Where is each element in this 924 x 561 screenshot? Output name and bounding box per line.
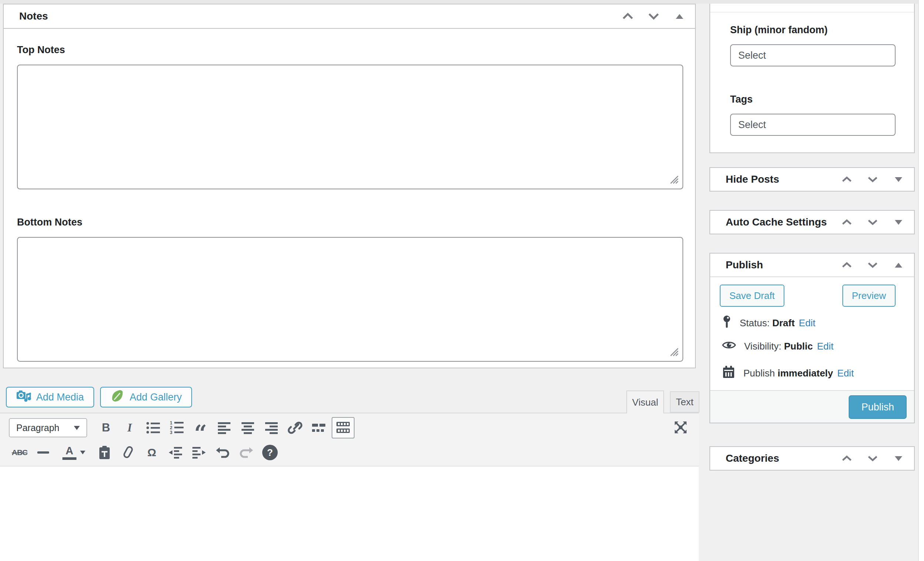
text-color-button[interactable]: A [56, 442, 92, 463]
move-down-icon[interactable] [866, 258, 879, 272]
edit-schedule-link[interactable]: Edit [837, 368, 854, 378]
save-draft-button[interactable]: Save Draft [720, 284, 784, 307]
editor-content-area[interactable] [0, 467, 699, 561]
color-swatch-bar [62, 457, 76, 460]
categories-metabox: Categories [710, 446, 915, 471]
divider [710, 12, 914, 12]
collapse-toggle-icon[interactable] [892, 173, 905, 186]
leaf-icon [110, 389, 124, 405]
auto-cache-metabox: Auto Cache Settings [710, 210, 915, 234]
strikethrough-button[interactable]: ABC [9, 442, 30, 463]
post-edit-screen: Notes Top Notes Bottom Notes [0, 0, 924, 561]
hide-posts-metabox: Hide Posts [710, 167, 915, 191]
camera-media-icon [16, 389, 31, 405]
add-gallery-button[interactable]: Add Gallery [100, 387, 192, 407]
hide-posts-header[interactable]: Hide Posts [710, 168, 914, 191]
schedule-text: Publish immediately Edit [743, 368, 854, 379]
chevron-down-icon [80, 451, 85, 454]
redo-button[interactable] [236, 442, 257, 463]
blockquote-button[interactable]: “ [190, 417, 211, 438]
clear-formatting-eraser-button[interactable] [117, 442, 139, 463]
italic-button[interactable]: I [119, 417, 140, 438]
bottom-notes-textarea[interactable] [17, 237, 683, 362]
notes-metabox: Notes Top Notes Bottom Notes [3, 4, 696, 368]
tags-select-input[interactable] [730, 114, 896, 136]
toolbar-toggle-button[interactable] [332, 417, 354, 438]
svg-text:3: 3 [170, 430, 172, 435]
scrollbar-track[interactable] [918, 0, 924, 561]
notes-title: Notes [19, 10, 48, 22]
align-left-button[interactable] [213, 417, 235, 438]
collapse-toggle-icon[interactable] [673, 10, 686, 23]
special-character-button[interactable]: Ω [141, 442, 162, 463]
fullscreen-icon[interactable] [670, 417, 692, 438]
editor-toolbar: Paragraph B I 1 2 3 “ [0, 413, 699, 467]
collapse-toggle-icon[interactable] [892, 258, 905, 272]
chevron-down-icon [74, 426, 80, 430]
move-down-icon[interactable] [866, 173, 879, 186]
move-up-icon[interactable] [840, 215, 854, 229]
top-notes-label: Top Notes [17, 44, 682, 56]
move-up-icon[interactable] [840, 452, 854, 465]
publish-metabox: Publish Save Draft Preview [710, 253, 915, 423]
auto-cache-header[interactable]: Auto Cache Settings [710, 211, 914, 233]
post-status-pin-icon [722, 315, 732, 331]
visibility-text: Visibility: Public Edit [744, 341, 834, 352]
edit-status-link[interactable]: Edit [799, 317, 815, 329]
media-buttons-bar: Add Media Add Gallery [6, 387, 192, 407]
tab-text[interactable]: Text [670, 391, 699, 413]
tags-label: Tags [730, 94, 753, 105]
notes-metabox-header[interactable]: Notes [4, 4, 695, 29]
edit-visibility-link[interactable]: Edit [817, 341, 834, 352]
move-down-icon[interactable] [647, 10, 660, 23]
bold-button[interactable]: B [95, 417, 117, 438]
tab-visual[interactable]: Visual [626, 390, 664, 413]
paragraph-format-dropdown[interactable]: Paragraph [9, 418, 87, 437]
bottom-notes-label: Bottom Notes [17, 217, 682, 228]
align-right-button[interactable] [261, 417, 282, 438]
indent-button[interactable] [188, 442, 210, 463]
collapse-toggle-icon[interactable] [892, 452, 905, 465]
collapse-toggle-icon[interactable] [892, 215, 905, 229]
calendar-icon [722, 365, 735, 381]
numbered-list-button[interactable]: 1 2 3 [166, 417, 188, 438]
visibility-eye-icon [722, 340, 736, 353]
ship-label: Ship (minor fandom) [730, 24, 828, 36]
publish-button[interactable]: Publish [849, 395, 907, 419]
top-notes-textarea[interactable] [17, 64, 683, 189]
move-up-icon[interactable] [621, 10, 634, 23]
taxonomy-metabox: Ship (minor fandom) Tags [710, 4, 915, 153]
move-up-icon[interactable] [840, 258, 854, 272]
link-button[interactable] [284, 417, 306, 438]
status-text: Status: Draft Edit [740, 317, 815, 329]
move-up-icon[interactable] [840, 173, 854, 186]
page-top-gap [0, 0, 924, 4]
move-down-icon[interactable] [866, 215, 879, 229]
move-down-icon[interactable] [866, 452, 879, 465]
categories-header[interactable]: Categories [710, 447, 914, 470]
preview-button[interactable]: Preview [842, 284, 896, 307]
help-button[interactable]: ? [259, 442, 280, 463]
add-media-button[interactable]: Add Media [6, 387, 94, 407]
svg-text:2: 2 [170, 425, 172, 430]
publish-header[interactable]: Publish [710, 254, 914, 277]
align-center-button[interactable] [237, 417, 258, 438]
paste-as-text-button[interactable] [94, 442, 115, 463]
undo-button[interactable] [212, 442, 233, 463]
outdent-button[interactable] [165, 442, 186, 463]
publish-actions-footer: Publish [710, 390, 914, 423]
read-more-tag-button[interactable] [308, 417, 329, 438]
horizontal-rule-button[interactable] [33, 442, 54, 463]
ship-select-input[interactable] [730, 44, 896, 66]
bullet-list-button[interactable] [142, 417, 164, 438]
